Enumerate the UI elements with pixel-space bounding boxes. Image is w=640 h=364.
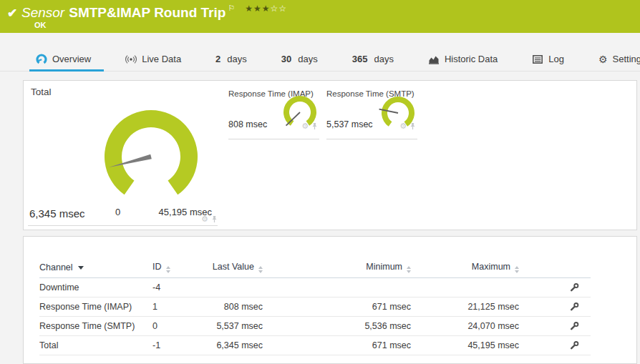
channel-table: Channel ID Last Value Minimum Maximum Do…: [39, 258, 591, 355]
channel-settings-wrench-icon[interactable]: [569, 340, 579, 350]
channel-maximum: 21,125 msec: [411, 297, 519, 316]
mini-block-divider: [228, 139, 319, 139]
sort-icon: [166, 266, 170, 273]
channel-settings-wrench-icon[interactable]: [569, 321, 579, 331]
channel-id: -4: [152, 277, 195, 297]
flag-icon[interactable]: ⚐: [228, 4, 235, 12]
tab-label: days: [374, 54, 393, 64]
tab-365-days[interactable]: 365days: [351, 47, 395, 72]
gear-icon[interactable]: ⚙: [399, 122, 407, 130]
pin-icon[interactable]: [211, 215, 218, 223]
tab-label-number: 30: [281, 54, 291, 64]
sensor-name: SMTP&IMAP Round Trip: [69, 5, 226, 20]
channel-last-value: [195, 277, 263, 297]
pin-icon[interactable]: [409, 122, 416, 130]
tab-label: days: [227, 54, 246, 64]
tab-label: days: [298, 54, 317, 64]
channel-maximum: 45,195 msec: [411, 335, 519, 355]
column-header-actions: [519, 258, 591, 277]
status-badge: OK: [34, 21, 47, 29]
channel-last-value: 6,345 msec: [195, 335, 263, 355]
channel-id: 0: [152, 316, 195, 335]
column-header-minimum[interactable]: Minimum: [263, 258, 411, 277]
total-gauge-tools: ⚙: [201, 215, 218, 223]
tab-historic-data[interactable]: Historic Data: [427, 47, 499, 72]
tab-label: Live Data: [142, 54, 181, 64]
tab-label: Overview: [52, 54, 91, 64]
channel-last-value: 5,537 msec: [195, 316, 263, 335]
tab-label-number: 2: [215, 54, 220, 64]
channel-maximum: [411, 277, 519, 297]
sensor-header: ✔ SensorSMTP&IMAP Round Trip⚐★★★☆☆ OK: [0, 0, 640, 33]
channel-minimum: [263, 277, 411, 297]
tab-log[interactable]: Log: [530, 47, 566, 72]
gear-icon[interactable]: ⚙: [201, 215, 208, 223]
channel-minimum: 671 msec: [263, 335, 411, 355]
sensor-type-label: Sensor: [21, 5, 64, 20]
total-gauge-max-label: 45,195 msec: [131, 207, 212, 217]
channel-table-header-row: Channel ID Last Value Minimum Maximum: [39, 258, 591, 277]
tab-label-number: 365: [352, 54, 368, 64]
channel-name: Response Time (IMAP): [39, 297, 152, 316]
status-ok-check-icon: ✔: [7, 6, 17, 21]
mini-gauge-block-smtp: Response Time (SMTP) 5,537 msec ⚙: [326, 88, 417, 135]
tab-bar: Overview Live Data 2days 30days 365days …: [0, 47, 640, 72]
stars-filled: ★★★: [245, 4, 270, 14]
total-gauge-min-label: 0: [115, 207, 120, 217]
tab-label: Settings: [613, 54, 640, 64]
mini-gauge-block-imap: Response Time (IMAP) 808 msec ⚙: [228, 88, 319, 135]
tab-settings[interactable]: ⚙ Settings: [597, 47, 640, 72]
priority-stars[interactable]: ★★★☆☆: [245, 4, 287, 14]
total-gauge: [97, 103, 205, 210]
gear-icon: ⚙: [598, 54, 608, 64]
tab-label: Log: [548, 54, 564, 64]
tab-overview[interactable]: Overview: [34, 47, 92, 72]
sort-icon: [515, 266, 519, 273]
tab-2-days[interactable]: 2days: [214, 47, 248, 72]
tab-live-data[interactable]: Live Data: [124, 47, 183, 72]
pin-icon[interactable]: [311, 122, 318, 130]
overview-gauges-panel: Total 6,345 msec 0 45,195 msec ⚙ Respons…: [23, 80, 637, 230]
channel-last-value: 808 msec: [195, 297, 263, 316]
channel-name: Downtime: [39, 277, 152, 297]
channel-id: 1: [152, 297, 195, 316]
channel-minimum: 671 msec: [263, 297, 411, 316]
channel-settings-wrench-icon[interactable]: [569, 302, 579, 312]
stars-empty: ☆☆: [271, 4, 288, 14]
table-row-response-time-smtp: Response Time (SMTP) 0 5,537 msec 5,536 …: [39, 316, 591, 335]
tab-label: Historic Data: [445, 54, 498, 64]
historic-data-icon: [428, 54, 440, 64]
channel-settings-wrench-icon[interactable]: [569, 282, 579, 292]
gear-icon[interactable]: ⚙: [301, 122, 309, 130]
sort-icon: [258, 266, 263, 273]
channel-name: Total: [39, 335, 152, 355]
column-header-maximum[interactable]: Maximum: [411, 258, 519, 277]
mini-gauge-value: 808 msec: [228, 119, 267, 129]
mini-gauge-value: 5,537 msec: [326, 119, 373, 129]
sort-icon: [407, 266, 411, 273]
live-data-icon: [125, 54, 137, 65]
mini-gauge-tools: ⚙: [301, 122, 318, 130]
table-row-response-time-imap: Response Time (IMAP) 1 808 msec 671 msec…: [39, 297, 591, 316]
column-header-channel[interactable]: Channel: [39, 258, 152, 277]
sensor-title: SensorSMTP&IMAP Round Trip⚐★★★☆☆: [21, 4, 287, 21]
gauge-icon: [36, 54, 47, 65]
column-header-last-value[interactable]: Last Value: [195, 258, 263, 277]
column-header-id[interactable]: ID: [152, 258, 195, 277]
tab-30-days[interactable]: 30days: [280, 47, 319, 72]
table-row-downtime: Downtime -4: [39, 277, 591, 297]
log-icon: [532, 54, 543, 64]
total-gauge-title: Total: [31, 87, 52, 97]
channel-name: Response Time (SMTP): [39, 316, 152, 335]
channel-maximum: 24,070 msec: [411, 316, 519, 335]
channel-minimum: 5,536 msec: [263, 316, 411, 335]
total-gauge-value: 6,345 msec: [29, 207, 85, 220]
sort-desc-icon: [78, 266, 84, 270]
channel-table-panel: Channel ID Last Value Minimum Maximum Do…: [23, 236, 637, 364]
mini-block-divider: [326, 139, 417, 139]
mini-gauge-tools: ⚙: [399, 122, 416, 130]
total-block-divider: [28, 225, 218, 226]
table-row-total: Total -1 6,345 msec 671 msec 45,195 msec: [39, 335, 591, 355]
channel-id: -1: [152, 335, 195, 355]
